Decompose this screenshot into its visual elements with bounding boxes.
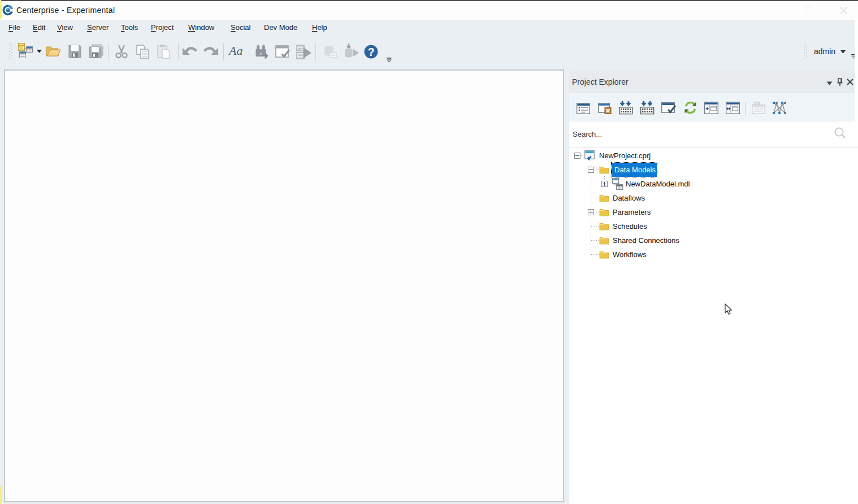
svg-text:?: ? bbox=[367, 46, 374, 58]
